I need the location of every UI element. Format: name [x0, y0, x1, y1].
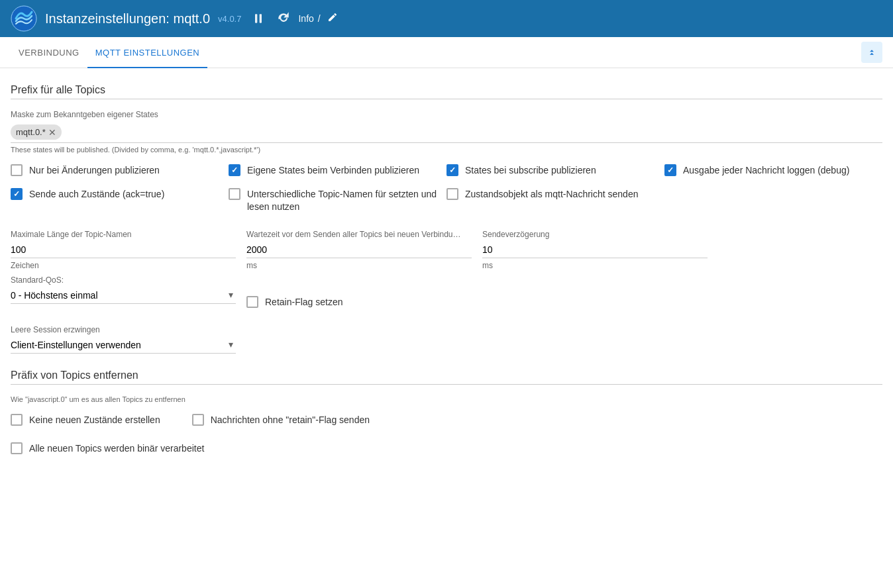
checkboxes-row1: Nur bei Änderungen publizieren Eigene St…: [11, 164, 882, 177]
checkbox-unterschiedliche-topics-box[interactable]: [229, 188, 240, 200]
checkbox-binary-box[interactable]: [11, 442, 23, 454]
checkbox-unterschiedliche-topics-label: Unterschiedliche Topic-Namen für setzten…: [247, 188, 446, 214]
tabs-bar: VERBINDUNG MQTT EINSTELLUNGEN: [0, 37, 893, 68]
checkbox-zustandsobjekt-label: Zustandsobjekt als mqtt-Nachricht senden: [465, 188, 638, 201]
bottom-checkboxes-row: Keine neuen Zustände erstellen Nachricht…: [11, 414, 882, 427]
send-delay-field: Sendeverzögerung ms: [482, 230, 708, 270]
scroll-top-button[interactable]: [861, 42, 882, 63]
header: Instanzeinstellungen: mqtt.0 v4.0.7 Info…: [0, 0, 893, 37]
checkbox-sende-zustaende: Sende auch Zustände (ack=true): [11, 188, 229, 214]
checkbox-keine-neuen-box[interactable]: [11, 414, 23, 426]
app-logo: [11, 5, 37, 32]
header-action-icons: [249, 9, 293, 28]
checkbox-nachrichten-retain: Nachrichten ohne "retain"-Flag senden: [192, 414, 370, 427]
pause-button[interactable]: [249, 9, 268, 28]
qos-select[interactable]: 0 - Höchstens einmal 1 - Mindestens einm…: [11, 287, 236, 304]
checkbox-binary-label: Alle neuen Topics werden binär verarbeit…: [29, 442, 204, 456]
checkbox-retain-label: Retain-Flag setzen: [265, 296, 343, 309]
checkbox-eigene-states-box[interactable]: [229, 164, 240, 176]
chip-value: mqtt.0.*: [16, 127, 46, 137]
wait-suffix: ms: [246, 261, 472, 270]
chip-remove-button[interactable]: ✕: [48, 128, 56, 137]
checkbox-retain-box[interactable]: [246, 296, 258, 308]
checkbox-states-subscribe-label: States bei subscribe publizieren: [465, 164, 596, 177]
send-delay-input[interactable]: [482, 242, 708, 258]
max-length-field: Maximale Länge der Topic-Namen Zeichen: [11, 230, 236, 270]
session-label: Leere Session erzwingen: [11, 325, 236, 334]
checkbox-retain: Retain-Flag setzen: [246, 296, 343, 309]
info-separator: /: [318, 13, 321, 24]
checkbox-states-subscribe-box[interactable]: [446, 164, 458, 176]
checkbox-ausgabe-nachricht-label: Ausgabe jeder Nachricht loggen (debug): [683, 164, 849, 177]
checkbox-ausgabe-nachricht: Ausgabe jeder Nachricht loggen (debug): [664, 164, 882, 177]
qos-label: Standard-QoS:: [11, 275, 236, 285]
mask-label: Maske zum Bekanntgeben eigener States: [11, 110, 882, 119]
svg-rect-2: [260, 14, 262, 23]
checkbox-states-subscribe: States bei subscribe publizieren: [446, 164, 664, 177]
mask-field-group: Maske zum Bekanntgeben eigener States mq…: [11, 110, 882, 154]
prefix-section: Prefix für alle Topics Maske zum Bekannt…: [11, 84, 882, 154]
checkbox-zustandsobjekt-box[interactable]: [446, 188, 458, 200]
wait-time-field: Wartezeit vor dem Senden aller Topics be…: [246, 230, 472, 270]
checkbox-eigene-states: Eigene States beim Verbinden publizieren: [229, 164, 446, 177]
checkbox-nur-aenderungen: Nur bei Änderungen publizieren: [11, 164, 229, 177]
checkbox-unterschiedliche-topics: Unterschiedliche Topic-Namen für setzten…: [229, 188, 446, 214]
wait-label: Wartezeit vor dem Senden aller Topics be…: [246, 230, 472, 239]
tab-verbindung[interactable]: VERBINDUNG: [11, 37, 87, 68]
wait-input[interactable]: [246, 242, 472, 258]
chips-container: mqtt.0.* ✕: [11, 122, 882, 143]
max-length-label: Maximale Länge der Topic-Namen: [11, 230, 236, 239]
refresh-button[interactable]: [274, 9, 293, 28]
checkbox-nur-aenderungen-box[interactable]: [11, 164, 23, 176]
checkbox-nachrichten-retain-box[interactable]: [192, 414, 204, 426]
placeholder-cell: [664, 188, 882, 214]
main-content: Prefix für alle Topics Maske zum Bekannt…: [0, 68, 893, 482]
session-select-wrapper: Client-Einstellungen verwenden Ja Nein: [11, 337, 236, 354]
tab-mqtt-einstellungen[interactable]: MQTT EINSTELLUNGEN: [87, 37, 208, 68]
info-link[interactable]: Info: [298, 13, 313, 24]
prefix-remove-title: Präfix von Topics entfernen: [11, 369, 882, 381]
inputs-row: Maximale Länge der Topic-Namen Zeichen W…: [11, 230, 882, 270]
chip-mqtt: mqtt.0.* ✕: [11, 124, 62, 140]
checkbox-ausgabe-nachricht-box[interactable]: [664, 164, 676, 176]
prefix-remove-hint: Wie "javascript.0" um es aus allen Topic…: [11, 395, 882, 403]
checkbox-keine-neuen-label: Keine neuen Zustände erstellen: [29, 414, 160, 427]
qos-retain-row: Standard-QoS: 0 - Höchstens einmal 1 - M…: [11, 275, 882, 315]
checkbox-sende-zustaende-label: Sende auch Zustände (ack=true): [29, 188, 164, 201]
qos-field: Standard-QoS: 0 - Höchstens einmal 1 - M…: [11, 275, 236, 304]
session-select[interactable]: Client-Einstellungen verwenden Ja Nein: [11, 337, 236, 354]
max-length-input[interactable]: [11, 242, 236, 258]
checkbox-keine-neuen: Keine neuen Zustände erstellen: [11, 414, 160, 427]
checkbox-eigene-states-label: Eigene States beim Verbinden publizieren: [247, 164, 419, 177]
session-field: Leere Session erzwingen Client-Einstellu…: [11, 325, 236, 354]
version-badge: v4.0.7: [218, 14, 241, 24]
page-title: Instanzeinstellungen: mqtt.0: [45, 11, 210, 26]
checkbox-nachrichten-retain-label: Nachrichten ohne "retain"-Flag senden: [211, 414, 370, 427]
edit-button[interactable]: [325, 9, 341, 28]
max-length-suffix: Zeichen: [11, 261, 236, 270]
checkbox-nur-aenderungen-label: Nur bei Änderungen publizieren: [29, 164, 160, 177]
svg-rect-1: [255, 14, 257, 23]
prefix-remove-section: Präfix von Topics entfernen Wie "javascr…: [11, 369, 882, 456]
retain-row: Retain-Flag setzen: [246, 275, 472, 315]
checkbox-zustandsobjekt: Zustandsobjekt als mqtt-Nachricht senden: [446, 188, 664, 214]
checkboxes-row2: Sende auch Zustände (ack=true) Unterschi…: [11, 188, 882, 214]
mask-hint: These states will be published. (Divided…: [11, 146, 882, 154]
prefix-title: Prefix für alle Topics: [11, 84, 882, 96]
checkbox-binary: Alle neuen Topics werden binär verarbeit…: [11, 442, 882, 456]
send-delay-label: Sendeverzögerung: [482, 230, 708, 239]
qos-select-wrapper: 0 - Höchstens einmal 1 - Mindestens einm…: [11, 287, 236, 304]
checkbox-sende-zustaende-box[interactable]: [11, 188, 23, 200]
send-delay-suffix: ms: [482, 261, 708, 270]
